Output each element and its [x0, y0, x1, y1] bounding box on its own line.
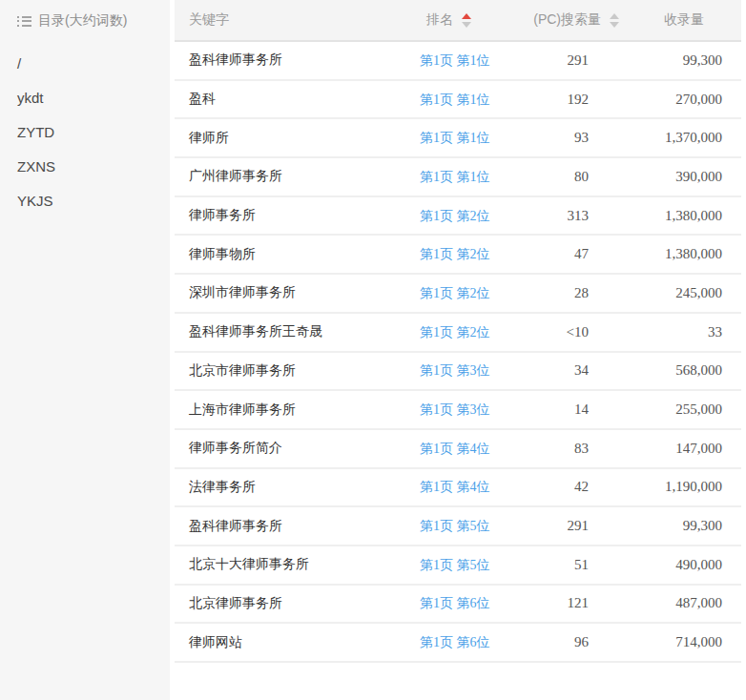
- keyword-table-panel: 关键字 排名 (PC)搜索量 收录量 盈科律师事务所 第1页 第1位 291: [175, 0, 746, 700]
- keyword-cell: 律师网站: [175, 623, 420, 662]
- keyword-cell: 北京十大律师事务所: [175, 546, 420, 585]
- rank-link[interactable]: 第1页 第4位: [420, 480, 490, 494]
- rank-cell: 第1页 第2位: [420, 274, 515, 313]
- rank-link[interactable]: 第1页 第1位: [420, 93, 490, 107]
- column-header-index-volume: 收录量: [630, 0, 741, 41]
- column-header-search-volume: (PC)搜索量: [515, 0, 630, 41]
- rank-link[interactable]: 第1页 第5位: [420, 558, 490, 572]
- table-row: 律师网站 第1页 第6位 96 714,000: [175, 623, 741, 662]
- keyword-cell: 盈科: [175, 80, 420, 119]
- index-volume-cell: 490,000: [630, 546, 741, 585]
- rank-link[interactable]: 第1页 第6位: [420, 635, 490, 649]
- sidebar-title: 目录(大约词数): [38, 12, 127, 30]
- keyword-cell: 法律事务所: [175, 468, 420, 507]
- table-header: 关键字 排名 (PC)搜索量 收录量: [175, 0, 741, 41]
- rank-cell: 第1页 第1位: [420, 41, 515, 80]
- sidebar-items: /ykdtZYTDZXNSYKJS: [17, 47, 170, 218]
- index-volume-cell: 33: [630, 313, 741, 352]
- rank-cell: 第1页 第4位: [420, 429, 515, 468]
- sidebar-item[interactable]: ZYTD: [17, 115, 170, 150]
- table-row: 深圳市律师事务所 第1页 第2位 28 245,000: [175, 274, 741, 313]
- search-volume-cell: 42: [515, 468, 630, 507]
- keyword-cell: 律师事务所: [175, 196, 420, 236]
- table-row: 上海市律师事务所 第1页 第3位 14 255,000: [175, 390, 741, 429]
- rank-cell: 第1页 第6位: [420, 623, 515, 662]
- sort-desc-icon: [462, 22, 471, 28]
- table-row: 律师事物所 第1页 第2位 47 1,380,000: [175, 235, 741, 274]
- table-row: 北京十大律师事务所 第1页 第5位 51 490,000: [175, 546, 741, 585]
- keyword-cell: 律师事物所: [175, 235, 420, 274]
- rank-cell: 第1页 第3位: [420, 352, 515, 391]
- search-volume-cell: 28: [515, 274, 630, 313]
- keyword-cell: 北京律师事务所: [175, 585, 420, 624]
- sort-rank-control[interactable]: [462, 13, 471, 28]
- table-row: 律师所 第1页 第1位 93 1,370,000: [175, 118, 741, 157]
- index-volume-cell: 1,370,000: [630, 118, 741, 157]
- search-volume-cell: 96: [515, 623, 630, 662]
- column-label: (PC)搜索量: [533, 11, 601, 27]
- keyword-cell: 北京市律师事务所: [175, 352, 420, 391]
- rank-link[interactable]: 第1页 第3位: [420, 402, 490, 417]
- table-row: 法律事务所 第1页 第4位 42 1,190,000: [175, 468, 741, 507]
- list-icon: [17, 16, 31, 27]
- index-volume-cell: 714,000: [630, 623, 741, 662]
- search-volume-cell: 291: [515, 506, 630, 546]
- rank-link[interactable]: 第1页 第2位: [420, 209, 490, 223]
- keyword-table: 关键字 排名 (PC)搜索量 收录量 盈科律师事务所 第1页 第1位 291: [175, 0, 741, 663]
- search-volume-cell: <10: [515, 313, 630, 352]
- rank-cell: 第1页 第3位: [420, 390, 515, 429]
- rank-link[interactable]: 第1页 第3位: [420, 363, 490, 378]
- index-volume-cell: 99,300: [630, 41, 741, 80]
- table-row: 盈科律师事务所王奇晟 第1页 第2位 <10 33: [175, 313, 741, 352]
- index-volume-cell: 487,000: [630, 585, 741, 624]
- app-window: 目录(大约词数) /ykdtZYTDZXNSYKJS 关键字 排名 (PC)搜索…: [0, 0, 746, 700]
- index-volume-cell: 1,380,000: [630, 235, 741, 274]
- sidebar-header: 目录(大约词数): [17, 10, 170, 32]
- table-row: 北京律师事务所 第1页 第6位 121 487,000: [175, 585, 741, 624]
- sidebar-item[interactable]: ykdt: [17, 81, 170, 115]
- table-row: 盈科 第1页 第1位 192 270,000: [175, 80, 741, 119]
- sort-asc-icon: [462, 13, 471, 19]
- search-volume-cell: 93: [515, 118, 630, 157]
- rank-cell: 第1页 第1位: [420, 80, 515, 119]
- column-label: 收录量: [664, 11, 704, 27]
- index-volume-cell: 99,300: [630, 506, 741, 546]
- rank-link[interactable]: 第1页 第2位: [420, 286, 490, 300]
- table-row: 广州律师事务所 第1页 第1位 80 390,000: [175, 157, 741, 196]
- rank-cell: 第1页 第6位: [420, 585, 515, 624]
- rank-link[interactable]: 第1页 第2位: [420, 247, 490, 261]
- rank-cell: 第1页 第1位: [420, 157, 515, 196]
- search-volume-cell: 83: [515, 429, 630, 468]
- search-volume-cell: 192: [515, 80, 630, 119]
- table-row: 律师事务所简介 第1页 第4位 83 147,000: [175, 429, 741, 468]
- keyword-cell: 律师事务所简介: [175, 429, 420, 468]
- search-volume-cell: 80: [515, 157, 630, 196]
- sidebar-item[interactable]: YKJS: [17, 184, 170, 218]
- rank-cell: 第1页 第2位: [420, 235, 515, 274]
- sidebar-item[interactable]: ZXNS: [17, 150, 170, 184]
- rank-cell: 第1页 第5位: [420, 546, 515, 585]
- sort-search-volume-control[interactable]: [610, 13, 619, 28]
- index-volume-cell: 1,380,000: [630, 196, 741, 236]
- column-header-keyword: 关键字: [175, 0, 420, 41]
- sort-desc-icon: [610, 22, 619, 28]
- rank-link[interactable]: 第1页 第1位: [420, 170, 490, 184]
- keyword-cell: 深圳市律师事务所: [175, 274, 420, 313]
- column-header-rank: 排名: [420, 0, 515, 41]
- table-row: 北京市律师事务所 第1页 第3位 34 568,000: [175, 352, 741, 391]
- rank-link[interactable]: 第1页 第6位: [420, 596, 490, 610]
- index-volume-cell: 245,000: [630, 274, 741, 313]
- rank-link[interactable]: 第1页 第4位: [420, 442, 490, 456]
- sidebar: 目录(大约词数) /ykdtZYTDZXNSYKJS: [0, 0, 170, 700]
- keyword-cell: 盈科律师事务所: [175, 41, 420, 80]
- sidebar-item[interactable]: /: [17, 47, 170, 81]
- rank-link[interactable]: 第1页 第1位: [420, 53, 490, 68]
- column-label: 排名: [426, 11, 453, 27]
- table-row: 盈科律师事务所 第1页 第5位 291 99,300: [175, 506, 741, 546]
- index-volume-cell: 568,000: [630, 352, 741, 391]
- rank-link[interactable]: 第1页 第2位: [420, 325, 490, 340]
- rank-cell: 第1页 第1位: [420, 118, 515, 157]
- table-body: 盈科律师事务所 第1页 第1位 291 99,300 盈科 第1页 第1位 19…: [175, 41, 741, 662]
- rank-link[interactable]: 第1页 第5位: [420, 519, 490, 533]
- rank-link[interactable]: 第1页 第1位: [420, 131, 490, 145]
